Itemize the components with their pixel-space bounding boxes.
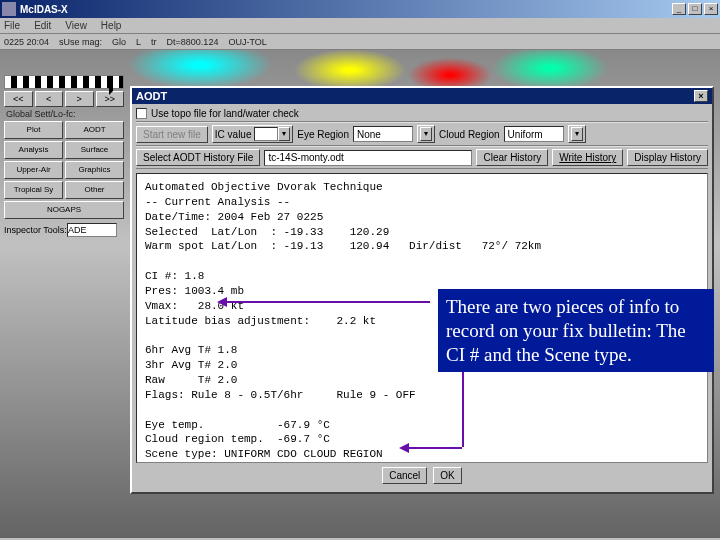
menu-edit[interactable]: Edit: [34, 20, 51, 31]
graphics-button[interactable]: Graphics: [65, 161, 124, 179]
cloud-region-field: Uniform: [504, 126, 564, 142]
inspector-label: Inspector Tools:: [4, 225, 67, 235]
dialog-titlebar: AODT ×: [132, 88, 712, 104]
info-3: L: [136, 37, 141, 47]
annotation-arrow-scene: [407, 447, 462, 449]
cloud-region-dropdown[interactable]: ▾: [568, 125, 586, 143]
inspector-input[interactable]: [67, 223, 117, 237]
menu-view[interactable]: View: [65, 20, 87, 31]
eye-region-field: None: [353, 126, 413, 142]
plot-button[interactable]: Plot: [4, 121, 63, 139]
eye-region-dropdown[interactable]: ▾: [417, 125, 435, 143]
nav-prev-button[interactable]: <: [35, 91, 64, 107]
nav-first-button[interactable]: <<: [4, 91, 33, 107]
display-history-button[interactable]: Display History: [627, 149, 708, 166]
menu-help[interactable]: Help: [101, 20, 122, 31]
surface-button[interactable]: Surface: [65, 141, 124, 159]
annotation-note: There are two pieces of info to record o…: [438, 289, 714, 372]
info-mag: sUse mag:: [59, 37, 102, 47]
cloud-region-label: Cloud Region: [439, 129, 500, 140]
select-history-button[interactable]: Select AODT History File: [136, 149, 260, 166]
upperair-button[interactable]: Upper-Air: [4, 161, 63, 179]
minimize-button[interactable]: _: [672, 3, 686, 15]
dialog-title: AODT: [136, 90, 167, 102]
info-5: Dt=8800.124: [167, 37, 219, 47]
start-new-file-button[interactable]: Start new file: [136, 126, 208, 143]
ok-button[interactable]: OK: [433, 467, 461, 484]
nav-next-button[interactable]: >: [65, 91, 94, 107]
maximize-button[interactable]: □: [688, 3, 702, 15]
dialog-close-button[interactable]: ×: [694, 90, 708, 102]
app-title: McIDAS-X: [20, 4, 670, 15]
left-controls: << < > >> Global Sett/Lo-fc: Plot AODT A…: [4, 75, 124, 237]
topo-checkbox[interactable]: [136, 108, 147, 119]
aodt-button[interactable]: AODT: [65, 121, 124, 139]
annotation-arrow-ci: [225, 301, 430, 303]
menu-file[interactable]: File: [4, 20, 20, 31]
history-file-field: tc-14S-monty.odt: [264, 150, 472, 166]
info-row: 0225 20:04 sUse mag: Glo L tr Dt=8800.12…: [0, 34, 720, 50]
info-2: Glo: [112, 37, 126, 47]
analysis-button[interactable]: Analysis: [4, 141, 63, 159]
app-icon: [2, 2, 16, 16]
topo-label: Use topo file for land/water check: [151, 108, 299, 119]
info-time: 0225 20:04: [4, 37, 49, 47]
tropical-button[interactable]: Tropical Sy: [4, 181, 63, 199]
menubar: File Edit View Help: [0, 18, 720, 34]
other-button[interactable]: Other: [65, 181, 124, 199]
global-label: Global Sett/Lo-fc:: [6, 109, 124, 119]
info-4: tr: [151, 37, 157, 47]
cancel-button[interactable]: Cancel: [382, 467, 427, 484]
info-6: OUJ-TOL: [228, 37, 266, 47]
color-bar[interactable]: [4, 75, 124, 89]
nogaps-button[interactable]: NOGAPS: [4, 201, 124, 219]
eye-region-label: Eye Region: [297, 129, 349, 140]
write-history-button[interactable]: Write History: [552, 149, 623, 166]
clear-history-button[interactable]: Clear History: [476, 149, 548, 166]
ic-value-combo[interactable]: IC value ▾: [212, 125, 293, 143]
app-titlebar: McIDAS-X _ □ ×: [0, 0, 720, 18]
close-button[interactable]: ×: [704, 3, 718, 15]
